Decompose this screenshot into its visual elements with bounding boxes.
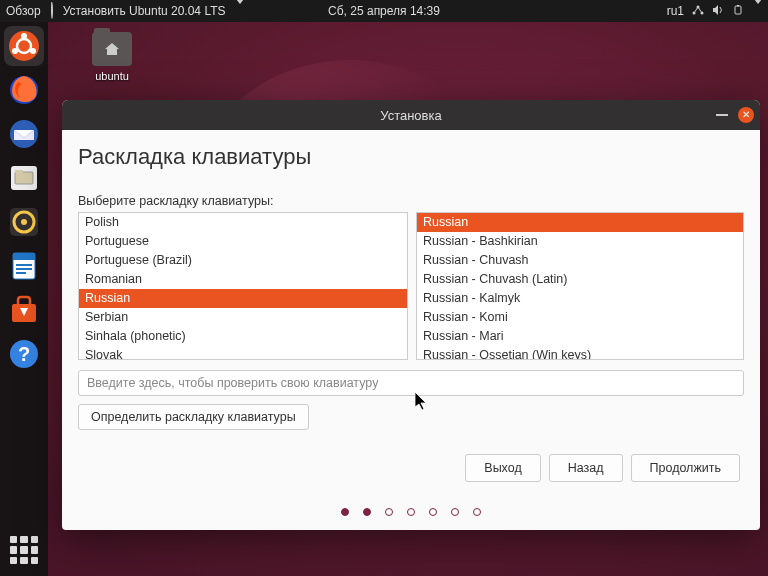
list-item[interactable]: Russian - Ossetian (Win keys) bbox=[417, 346, 743, 360]
dock-item-thunderbird[interactable] bbox=[4, 114, 44, 154]
progress-dot bbox=[473, 508, 481, 516]
activities-label[interactable]: Обзор bbox=[6, 4, 41, 18]
list-item[interactable]: Slovak bbox=[79, 346, 407, 360]
power-icon bbox=[51, 4, 53, 18]
svg-rect-22 bbox=[16, 272, 26, 274]
list-item[interactable]: Russian - Chuvash (Latin) bbox=[417, 270, 743, 289]
network-icon[interactable] bbox=[692, 4, 704, 19]
quit-button[interactable]: Выход bbox=[465, 454, 540, 482]
svg-rect-3 bbox=[735, 6, 741, 14]
svg-rect-14 bbox=[15, 170, 23, 173]
desktop-icon-home[interactable]: ubuntu bbox=[82, 32, 142, 82]
dock-item-help[interactable]: ? bbox=[4, 334, 44, 374]
svg-text:?: ? bbox=[18, 343, 30, 365]
chevron-down-icon bbox=[754, 4, 762, 18]
detect-layout-button[interactable]: Определить раскладку клавиатуры bbox=[78, 404, 309, 430]
svg-rect-13 bbox=[15, 172, 33, 184]
continue-button[interactable]: Продолжить bbox=[631, 454, 740, 482]
dock-item-files[interactable] bbox=[4, 158, 44, 198]
progress-dots bbox=[78, 508, 744, 516]
progress-dot bbox=[385, 508, 393, 516]
keyboard-test-input[interactable] bbox=[78, 370, 744, 396]
installer-window: Установка ✕ Раскладка клавиатуры Выберит… bbox=[62, 100, 760, 530]
minimize-icon[interactable] bbox=[716, 114, 728, 116]
list-item[interactable]: Sinhala (phonetic) bbox=[79, 327, 407, 346]
svg-point-17 bbox=[21, 219, 27, 225]
progress-dot bbox=[363, 508, 371, 516]
svg-rect-19 bbox=[13, 253, 35, 260]
clock-label[interactable]: Сб, 25 апреля 14:39 bbox=[328, 4, 440, 18]
desktop-icon-label: ubuntu bbox=[82, 70, 142, 82]
dock: ? bbox=[0, 22, 48, 576]
list-item[interactable]: Russian bbox=[417, 213, 743, 232]
keyboard-lang-indicator[interactable]: ru1 bbox=[667, 4, 684, 18]
page-heading: Раскладка клавиатуры bbox=[78, 144, 744, 170]
list-item[interactable]: Russian - Kalmyk bbox=[417, 289, 743, 308]
list-item[interactable]: Serbian bbox=[79, 308, 407, 327]
close-icon[interactable]: ✕ bbox=[738, 107, 754, 123]
list-item[interactable]: Russian bbox=[79, 289, 407, 308]
progress-dot bbox=[407, 508, 415, 516]
progress-dot bbox=[429, 508, 437, 516]
layout-list[interactable]: PolishPortuguesePortuguese (Brazil)Roman… bbox=[78, 212, 408, 360]
svg-rect-21 bbox=[16, 268, 32, 270]
back-button[interactable]: Назад bbox=[549, 454, 623, 482]
top-bar: Обзор Установить Ubuntu 20.04 LTS Сб, 25… bbox=[0, 0, 768, 22]
dock-item-software[interactable] bbox=[4, 290, 44, 330]
progress-dot bbox=[451, 508, 459, 516]
volume-icon[interactable] bbox=[712, 4, 724, 19]
svg-rect-20 bbox=[16, 264, 32, 266]
svg-point-7 bbox=[21, 33, 27, 39]
dock-show-apps[interactable] bbox=[4, 530, 44, 570]
svg-point-8 bbox=[12, 48, 18, 54]
chevron-down-icon bbox=[236, 4, 244, 18]
window-title: Установка bbox=[380, 108, 441, 123]
prompt-label: Выберите раскладку клавиатуры: bbox=[78, 194, 744, 208]
list-item[interactable]: Portuguese (Brazil) bbox=[79, 251, 407, 270]
battery-icon[interactable] bbox=[732, 4, 746, 18]
variant-list[interactable]: RussianRussian - BashkirianRussian - Chu… bbox=[416, 212, 744, 360]
dock-item-rhythmbox[interactable] bbox=[4, 202, 44, 242]
list-item[interactable]: Russian - Bashkirian bbox=[417, 232, 743, 251]
titlebar[interactable]: Установка ✕ bbox=[62, 100, 760, 130]
list-item[interactable]: Polish bbox=[79, 213, 407, 232]
list-item[interactable]: Russian - Komi bbox=[417, 308, 743, 327]
dock-item-firefox[interactable] bbox=[4, 70, 44, 110]
svg-point-9 bbox=[30, 48, 36, 54]
list-item[interactable]: Romanian bbox=[79, 270, 407, 289]
list-item[interactable]: Russian - Mari bbox=[417, 327, 743, 346]
dock-item-ubiquity[interactable] bbox=[4, 26, 44, 66]
install-menu-label[interactable]: Установить Ubuntu 20.04 LTS bbox=[63, 4, 226, 18]
dock-item-writer[interactable] bbox=[4, 246, 44, 286]
list-item[interactable]: Portuguese bbox=[79, 232, 407, 251]
list-item[interactable]: Russian - Chuvash bbox=[417, 251, 743, 270]
svg-rect-4 bbox=[737, 5, 739, 7]
progress-dot bbox=[341, 508, 349, 516]
